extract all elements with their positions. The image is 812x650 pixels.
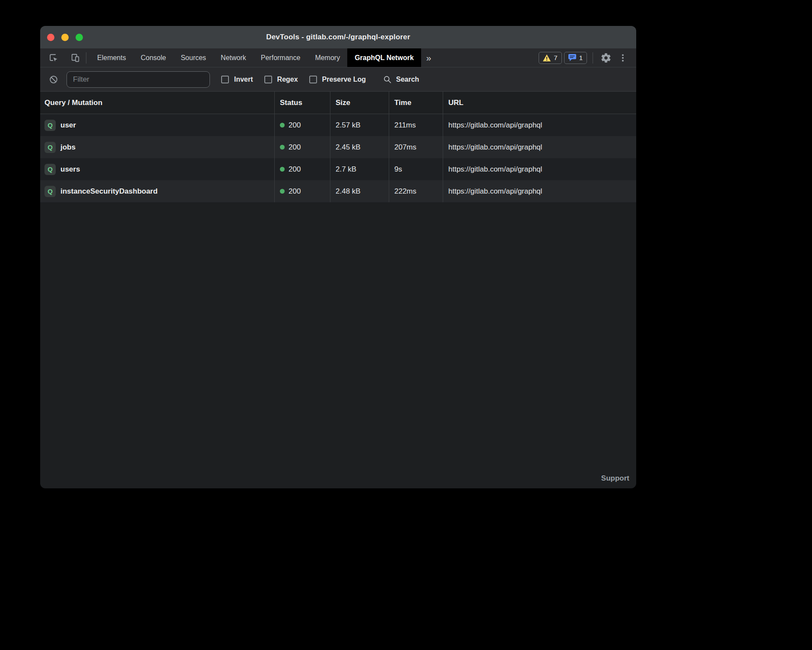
query-type-badge: Q: [44, 142, 56, 153]
status-ok-dot: [280, 123, 285, 127]
minimize-window-button[interactable]: [61, 34, 69, 41]
issue-count: 1: [579, 54, 583, 61]
time-value: 9s: [389, 158, 443, 180]
preserve-log-label[interactable]: Preserve Log: [322, 76, 366, 83]
tab-network[interactable]: Network: [213, 48, 254, 67]
size-value: 2.48 kB: [330, 180, 389, 202]
query-type-badge: Q: [44, 120, 56, 131]
col-status: Status: [275, 92, 330, 114]
query-name: instanceSecurityDashboard: [60, 187, 158, 196]
search-label: Search: [396, 76, 419, 83]
regex-label[interactable]: Regex: [277, 76, 298, 83]
status-code: 200: [289, 165, 301, 174]
requests-table: Query / Mutation Status Size Time URL Q …: [40, 92, 636, 202]
device-toolbar-icon[interactable]: [68, 51, 82, 65]
tab-sources[interactable]: Sources: [173, 48, 213, 67]
time-value: 222ms: [389, 180, 443, 202]
table-row[interactable]: Q jobs 200 2.45 kB 207ms https://gitlab.…: [40, 136, 636, 158]
table-row[interactable]: Q users 200 2.7 kB 9s https://gitlab.com…: [40, 158, 636, 180]
warnings-badge[interactable]: 7: [539, 52, 561, 64]
time-value: 211ms: [389, 114, 443, 136]
col-query-mutation: Query / Mutation: [40, 92, 275, 114]
table-row[interactable]: Q instanceSecurityDashboard 200 2.48 kB …: [40, 180, 636, 202]
table-row[interactable]: Q user 200 2.57 kB 211ms https://gitlab.…: [40, 114, 636, 136]
divider: [86, 52, 86, 64]
col-url: URL: [443, 92, 636, 114]
panel-tabs: Elements Console Sources Network Perform…: [90, 48, 421, 67]
regex-checkbox[interactable]: [264, 76, 272, 83]
url-value: https://gitlab.com/api/graphql: [443, 114, 636, 136]
status-ok-dot: [280, 145, 285, 150]
url-value: https://gitlab.com/api/graphql: [443, 180, 636, 202]
inspect-element-icon[interactable]: [46, 51, 61, 65]
devtools-tabbar: Elements Console Sources Network Perform…: [40, 48, 636, 67]
clear-requests-icon[interactable]: [46, 72, 61, 87]
query-type-badge: Q: [44, 186, 56, 197]
filter-toolbar: Invert Regex Preserve Log Search: [40, 67, 636, 92]
issues-badge[interactable]: 1: [564, 52, 587, 64]
url-value: https://gitlab.com/api/graphql: [443, 136, 636, 158]
titlebar: DevTools - gitlab.com/-/graphql-explorer: [40, 26, 636, 48]
issues-icon: [568, 54, 576, 61]
col-time: Time: [389, 92, 443, 114]
warning-icon: [543, 54, 551, 61]
status-ok-dot: [280, 189, 285, 194]
status-code: 200: [289, 143, 301, 152]
tab-memory[interactable]: Memory: [308, 48, 347, 67]
size-value: 2.7 kB: [330, 158, 389, 180]
settings-gear-icon[interactable]: [599, 51, 613, 65]
query-name: jobs: [60, 143, 76, 152]
close-window-button[interactable]: [47, 34, 54, 41]
kebab-menu-icon[interactable]: [615, 51, 630, 65]
divider: [593, 52, 593, 64]
traffic-lights: [47, 26, 83, 48]
tab-elements[interactable]: Elements: [90, 48, 133, 67]
url-value: https://gitlab.com/api/graphql: [443, 158, 636, 180]
tab-console[interactable]: Console: [133, 48, 174, 67]
support-link[interactable]: Support: [601, 474, 629, 483]
status-code: 200: [289, 121, 301, 130]
query-name: users: [60, 165, 80, 174]
tab-graphql-network[interactable]: GraphQL Network: [347, 48, 421, 67]
col-size: Size: [330, 92, 389, 114]
filter-input[interactable]: [67, 71, 210, 88]
tab-performance[interactable]: Performance: [254, 48, 308, 67]
devtools-window: DevTools - gitlab.com/-/graphql-explorer…: [40, 26, 636, 488]
time-value: 207ms: [389, 136, 443, 158]
invert-checkbox[interactable]: [221, 76, 229, 83]
more-tabs-chevron[interactable]: »: [421, 48, 437, 67]
search-icon: [383, 75, 392, 84]
table-header: Query / Mutation Status Size Time URL: [40, 92, 636, 114]
invert-label[interactable]: Invert: [234, 76, 253, 83]
zoom-window-button[interactable]: [76, 34, 83, 41]
search-toggle[interactable]: Search: [383, 75, 419, 84]
status-code: 200: [289, 187, 301, 196]
query-type-badge: Q: [44, 164, 56, 175]
window-title: DevTools - gitlab.com/-/graphql-explorer: [266, 33, 410, 41]
status-ok-dot: [280, 167, 285, 172]
size-value: 2.45 kB: [330, 136, 389, 158]
warning-count: 7: [554, 54, 557, 61]
query-name: user: [60, 121, 76, 130]
preserve-log-checkbox[interactable]: [309, 76, 317, 83]
size-value: 2.57 kB: [330, 114, 389, 136]
